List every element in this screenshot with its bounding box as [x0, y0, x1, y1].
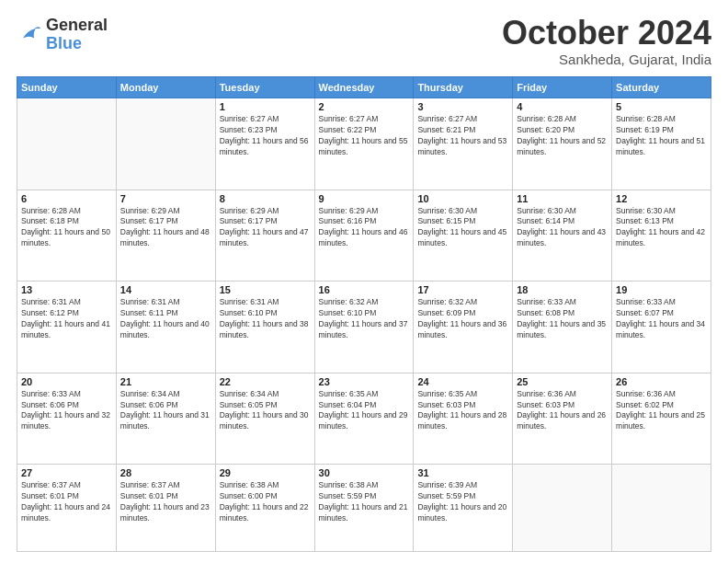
day-number: 12	[616, 193, 707, 204]
day-number: 31	[417, 467, 508, 478]
day-info: Sunrise: 6:31 AMSunset: 6:10 PMDaylight:…	[220, 297, 311, 341]
weekday-header-sunday: Sunday	[17, 77, 117, 98]
week-row-3: 13Sunrise: 6:31 AMSunset: 6:12 PMDayligh…	[17, 282, 711, 373]
day-number: 18	[517, 284, 608, 295]
day-number: 6	[21, 193, 112, 204]
day-info: Sunrise: 6:33 AMSunset: 6:06 PMDaylight:…	[21, 389, 112, 433]
weekday-header-friday: Friday	[513, 77, 612, 98]
day-info: Sunrise: 6:37 AMSunset: 6:01 PMDaylight:…	[21, 480, 112, 524]
day-info: Sunrise: 6:33 AMSunset: 6:07 PMDaylight:…	[616, 297, 707, 341]
day-cell: 24Sunrise: 6:35 AMSunset: 6:03 PMDayligh…	[414, 373, 513, 465]
day-cell: 14Sunrise: 6:31 AMSunset: 6:11 PMDayligh…	[116, 282, 215, 373]
day-cell: 10Sunrise: 6:30 AMSunset: 6:15 PMDayligh…	[414, 190, 513, 282]
day-number: 25	[517, 376, 608, 387]
day-cell: 23Sunrise: 6:35 AMSunset: 6:04 PMDayligh…	[314, 373, 414, 465]
title-block: October 2024 Sankheda, Gujarat, India	[502, 17, 711, 67]
day-cell: 22Sunrise: 6:34 AMSunset: 6:05 PMDayligh…	[215, 373, 314, 465]
page: General Blue October 2024 Sankheda, Guja…	[0, 0, 728, 563]
day-cell: 4Sunrise: 6:28 AMSunset: 6:20 PMDaylight…	[513, 98, 612, 190]
day-info: Sunrise: 6:32 AMSunset: 6:09 PMDaylight:…	[417, 297, 508, 341]
day-info: Sunrise: 6:29 AMSunset: 6:17 PMDaylight:…	[220, 206, 311, 250]
day-cell: 5Sunrise: 6:28 AMSunset: 6:19 PMDaylight…	[612, 98, 711, 190]
day-info: Sunrise: 6:27 AMSunset: 6:23 PMDaylight:…	[220, 114, 311, 158]
day-number: 24	[417, 376, 508, 387]
day-cell	[513, 465, 612, 552]
day-cell: 15Sunrise: 6:31 AMSunset: 6:10 PMDayligh…	[215, 282, 314, 373]
day-cell: 20Sunrise: 6:33 AMSunset: 6:06 PMDayligh…	[17, 373, 117, 465]
day-info: Sunrise: 6:29 AMSunset: 6:16 PMDaylight:…	[319, 206, 410, 250]
day-info: Sunrise: 6:30 AMSunset: 6:13 PMDaylight:…	[616, 206, 707, 250]
day-cell: 28Sunrise: 6:37 AMSunset: 6:01 PMDayligh…	[116, 465, 215, 552]
day-info: Sunrise: 6:27 AMSunset: 6:21 PMDaylight:…	[417, 114, 508, 158]
weekday-header-monday: Monday	[116, 77, 215, 98]
day-cell: 27Sunrise: 6:37 AMSunset: 6:01 PMDayligh…	[17, 465, 117, 552]
day-cell: 1Sunrise: 6:27 AMSunset: 6:23 PMDaylight…	[215, 98, 314, 190]
day-cell: 21Sunrise: 6:34 AMSunset: 6:06 PMDayligh…	[116, 373, 215, 465]
day-number: 9	[319, 193, 410, 204]
day-number: 5	[616, 101, 707, 112]
day-cell: 31Sunrise: 6:39 AMSunset: 5:59 PMDayligh…	[414, 465, 513, 552]
logo: General Blue	[17, 17, 108, 53]
day-number: 19	[616, 284, 707, 295]
day-number: 28	[120, 467, 211, 478]
day-info: Sunrise: 6:31 AMSunset: 6:12 PMDaylight:…	[21, 297, 112, 341]
day-cell: 25Sunrise: 6:36 AMSunset: 6:03 PMDayligh…	[513, 373, 612, 465]
location: Sankheda, Gujarat, India	[502, 52, 711, 67]
day-info: Sunrise: 6:36 AMSunset: 6:02 PMDaylight:…	[616, 389, 707, 433]
day-number: 21	[120, 376, 211, 387]
day-cell: 26Sunrise: 6:36 AMSunset: 6:02 PMDayligh…	[612, 373, 711, 465]
day-info: Sunrise: 6:30 AMSunset: 6:14 PMDaylight:…	[517, 206, 608, 250]
day-cell	[17, 98, 117, 190]
day-number: 30	[319, 467, 410, 478]
week-row-1: 1Sunrise: 6:27 AMSunset: 6:23 PMDaylight…	[17, 98, 711, 190]
day-number: 16	[319, 284, 410, 295]
weekday-header-tuesday: Tuesday	[215, 77, 314, 98]
day-info: Sunrise: 6:34 AMSunset: 6:06 PMDaylight:…	[120, 389, 211, 433]
day-info: Sunrise: 6:28 AMSunset: 6:18 PMDaylight:…	[21, 206, 112, 250]
week-row-2: 6Sunrise: 6:28 AMSunset: 6:18 PMDaylight…	[17, 190, 711, 282]
day-number: 26	[616, 376, 707, 387]
day-cell: 18Sunrise: 6:33 AMSunset: 6:08 PMDayligh…	[513, 282, 612, 373]
day-number: 27	[21, 467, 112, 478]
weekday-header-thursday: Thursday	[414, 77, 513, 98]
day-cell: 8Sunrise: 6:29 AMSunset: 6:17 PMDaylight…	[215, 190, 314, 282]
day-cell: 9Sunrise: 6:29 AMSunset: 6:16 PMDaylight…	[314, 190, 414, 282]
day-cell: 3Sunrise: 6:27 AMSunset: 6:21 PMDaylight…	[414, 98, 513, 190]
day-info: Sunrise: 6:33 AMSunset: 6:08 PMDaylight:…	[517, 297, 608, 341]
day-number: 2	[319, 101, 410, 112]
week-row-5: 27Sunrise: 6:37 AMSunset: 6:01 PMDayligh…	[17, 465, 711, 552]
day-info: Sunrise: 6:28 AMSunset: 6:20 PMDaylight:…	[517, 114, 608, 158]
logo-bird-icon	[17, 22, 42, 48]
day-number: 29	[220, 467, 311, 478]
day-cell: 19Sunrise: 6:33 AMSunset: 6:07 PMDayligh…	[612, 282, 711, 373]
day-number: 23	[319, 376, 410, 387]
day-info: Sunrise: 6:39 AMSunset: 5:59 PMDaylight:…	[417, 480, 508, 524]
day-info: Sunrise: 6:36 AMSunset: 6:03 PMDaylight:…	[517, 389, 608, 433]
day-info: Sunrise: 6:34 AMSunset: 6:05 PMDaylight:…	[220, 389, 311, 433]
month-title: October 2024	[502, 17, 711, 50]
day-info: Sunrise: 6:38 AMSunset: 5:59 PMDaylight:…	[319, 480, 410, 524]
day-number: 7	[120, 193, 211, 204]
day-number: 3	[417, 101, 508, 112]
day-cell: 11Sunrise: 6:30 AMSunset: 6:14 PMDayligh…	[513, 190, 612, 282]
day-cell: 17Sunrise: 6:32 AMSunset: 6:09 PMDayligh…	[414, 282, 513, 373]
week-row-4: 20Sunrise: 6:33 AMSunset: 6:06 PMDayligh…	[17, 373, 711, 465]
day-cell: 16Sunrise: 6:32 AMSunset: 6:10 PMDayligh…	[314, 282, 414, 373]
day-number: 1	[220, 101, 311, 112]
day-cell: 7Sunrise: 6:29 AMSunset: 6:17 PMDaylight…	[116, 190, 215, 282]
day-info: Sunrise: 6:32 AMSunset: 6:10 PMDaylight:…	[319, 297, 410, 341]
header: General Blue October 2024 Sankheda, Guja…	[17, 17, 711, 67]
day-info: Sunrise: 6:35 AMSunset: 6:03 PMDaylight:…	[417, 389, 508, 433]
day-number: 20	[21, 376, 112, 387]
calendar: SundayMondayTuesdayWednesdayThursdayFrid…	[17, 76, 711, 552]
day-info: Sunrise: 6:37 AMSunset: 6:01 PMDaylight:…	[120, 480, 211, 524]
day-cell	[116, 98, 215, 190]
day-number: 14	[120, 284, 211, 295]
day-cell: 30Sunrise: 6:38 AMSunset: 5:59 PMDayligh…	[314, 465, 414, 552]
logo-line2: Blue	[46, 35, 108, 53]
day-number: 4	[517, 101, 608, 112]
weekday-header-wednesday: Wednesday	[314, 77, 414, 98]
weekday-header-row: SundayMondayTuesdayWednesdayThursdayFrid…	[17, 77, 711, 98]
day-info: Sunrise: 6:30 AMSunset: 6:15 PMDaylight:…	[417, 206, 508, 250]
day-info: Sunrise: 6:35 AMSunset: 6:04 PMDaylight:…	[319, 389, 410, 433]
